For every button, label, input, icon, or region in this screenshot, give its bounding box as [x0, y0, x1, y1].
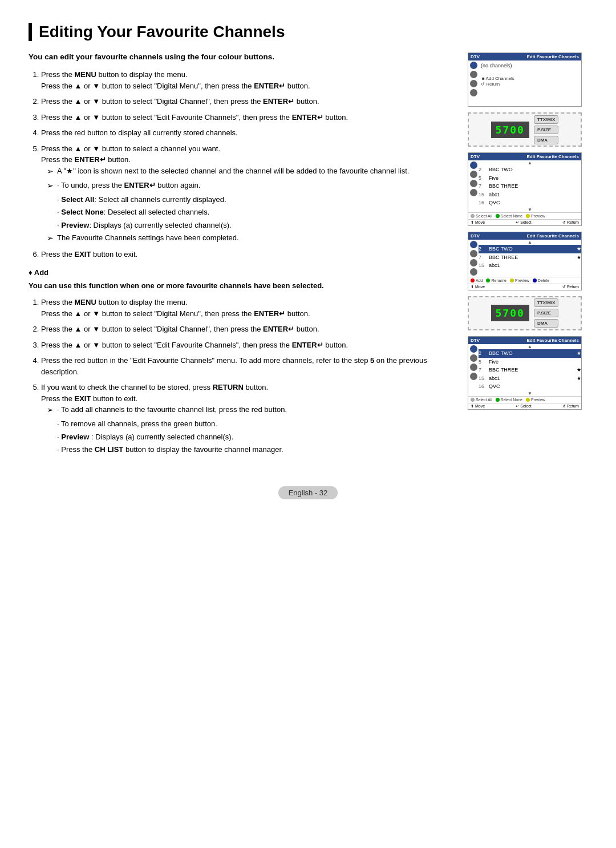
- bullet-preview: · Preview: Displays (a) currently select…: [57, 220, 456, 231]
- screen3-footer: Add Rename Preview Delete: [468, 277, 581, 284]
- screen3-move-footer: ⬆ Move ↺ Return: [468, 284, 581, 290]
- channel-item: 2BBC TWO: [479, 165, 581, 174]
- add-arrow-1: ➢ · To add all channels to the favourite…: [47, 404, 456, 416]
- remote1-btn-ttx: TTX/MIX: [534, 115, 559, 124]
- s4-selectall-label: Select All: [476, 398, 492, 402]
- s3-icon4: [470, 268, 477, 276]
- add-bullet-remove: · To remove all channels, press the gree…: [57, 418, 456, 430]
- section1-steps: Press the MENU button to display the men…: [29, 69, 456, 260]
- screen2-inner: ▲ 2BBC TWO 5Five 7BBC THREE 15abc1 16QVC…: [468, 160, 581, 212]
- intro-text: You can edit your favourite channels usi…: [29, 53, 456, 61]
- content-area: You can edit your favourite channels usi…: [29, 53, 587, 463]
- s3-footer-delete: Delete: [533, 278, 549, 282]
- screen4-sidebar: [468, 344, 479, 396]
- screens-column: DTV Edit Favourite Channels (no channels…: [468, 53, 587, 463]
- s3-move-label: ⬆ Move: [471, 285, 485, 289]
- add-step-4: Press the red button in the "Edit Favour…: [41, 355, 456, 377]
- page-number-badge: English - 32: [278, 486, 338, 499]
- s4-preview-label: Preview: [531, 398, 545, 402]
- arrow-star: ➢ A "★" icon is shown next to the select…: [47, 165, 456, 177]
- return-label: ↺ Return: [562, 220, 579, 225]
- s2-icon2: [470, 171, 477, 178]
- screen3-inner: ▲ 2BBC TWO★ 7BBC THREE★ 15abc1: [468, 240, 581, 277]
- dot-green: [496, 214, 500, 218]
- screen3-dtv-label: DTV: [471, 233, 480, 239]
- step-5: Press the ▲ or ▼ button to select a chan…: [41, 143, 456, 245]
- s3-return-label: ↺ Return: [562, 285, 579, 289]
- select-label: ↵ Select: [516, 220, 531, 225]
- screen1-return: ↺ Return: [481, 82, 579, 87]
- bullet-select-none: · Select None: Deselect all selected cha…: [57, 207, 456, 218]
- screen1-header: DTV Edit Favourite Channels: [468, 53, 581, 60]
- s3-footer-preview: Preview: [510, 278, 529, 282]
- s3-delete-label: Delete: [538, 278, 549, 282]
- step-1: Press the MENU button to display the men…: [41, 69, 456, 91]
- remote-group-1: 5700 TTX/MIX P.SIZE DMA: [468, 112, 587, 147]
- screen-group-3: DTV Edit Favourite Channels ▲ 2BBC TWO★: [468, 232, 587, 290]
- add-section-intro: You can use this function when one or mo…: [29, 280, 456, 292]
- channel-item-selected: 2BBC TWO★: [479, 245, 581, 253]
- screen3-main: ▲ 2BBC TWO★ 7BBC THREE★ 15abc1: [479, 240, 581, 277]
- dot-yellow2: [510, 278, 514, 282]
- section-add-steps: Press the MENU button to display the men…: [29, 297, 456, 455]
- s2-icon3: [470, 180, 477, 187]
- remote1-buttons: TTX/MIX P.SIZE DMA: [534, 115, 559, 144]
- remote1-display: 5700: [491, 122, 529, 138]
- dot-red: [471, 278, 475, 282]
- remote2-btn-ttx: TTX/MIX: [534, 298, 559, 307]
- add-section-header: ♦ Add: [29, 268, 456, 277]
- arrow-icon: ➢: [47, 165, 54, 177]
- step-3: Press the ▲ or ▼ button to select "Edit …: [41, 112, 456, 123]
- remote1-btn-psize: P.SIZE: [534, 126, 559, 134]
- screen1-body: (no channels) ■ Add Channels ↺ Return: [479, 60, 581, 106]
- s3-rename-label: Rename: [491, 278, 506, 282]
- add-bullet-preview: · Preview : Displays (a) currently selec…: [57, 431, 456, 443]
- icon1: [470, 62, 477, 69]
- s4-icon4: [470, 373, 477, 380]
- s3-preview-label: Preview: [515, 278, 529, 282]
- s2-icon1: [470, 161, 477, 169]
- screen2-channel-list: 2BBC TWO 5Five 7BBC THREE 15abc1 16QVC: [479, 165, 581, 207]
- screen3-up: ▲: [479, 240, 581, 245]
- screen-group-1: DTV Edit Favourite Channels (no channels…: [468, 53, 587, 107]
- channel-item: 15abc1: [479, 191, 581, 199]
- screen1-dtv-label: DTV: [471, 54, 480, 59]
- s4-footer-selectnone: Select None: [496, 398, 522, 402]
- footer-selectnone-label: Select None: [501, 214, 522, 218]
- screen1-sidebar: [468, 60, 479, 106]
- s2-icon4: [470, 189, 477, 196]
- s4-icon1: [470, 345, 477, 353]
- icon2: [470, 71, 477, 78]
- icon4: [470, 89, 477, 96]
- footer-selectnone: Select None: [496, 214, 522, 218]
- remote-2: 5700 TTX/MIX P.SIZE DMA: [468, 296, 582, 330]
- s4-icon2: [470, 354, 477, 362]
- footer-preview-label: Preview: [531, 214, 545, 218]
- s3-icon2: [470, 250, 477, 257]
- dot-blue: [533, 278, 537, 282]
- remote-group-2: 5700 TTX/MIX P.SIZE DMA: [468, 296, 587, 330]
- screen4-header: DTV Edit Favourite Channels: [468, 337, 581, 344]
- text-column: You can edit your favourite channels usi…: [29, 53, 456, 463]
- screen1-main: (no channels) ■ Add Channels ↺ Return: [479, 60, 581, 106]
- screen2-title: Edit Favourite Channels: [526, 154, 579, 159]
- screen4-down: ▼: [479, 391, 581, 396]
- channel-item-s4: 5Five: [479, 358, 581, 366]
- screen-4: DTV Edit Favourite Channels ▲ 2BBC TWO★: [468, 336, 582, 410]
- screen4-footer: Select All Select None Preview: [468, 396, 581, 403]
- arrow-undo: ➢ · To undo, press the ENTER↵ button aga…: [47, 180, 456, 192]
- add-step-2: Press the ▲ or ▼ button to select "Digit…: [41, 324, 456, 335]
- s3-icon3: [470, 259, 477, 266]
- screen2-move-footer: ⬆ Move ↵ Select ↺ Return: [468, 219, 581, 225]
- arrow-complete: ➢ The Favourite Channels settings have b…: [47, 232, 456, 244]
- screen2-sidebar: [468, 160, 479, 212]
- screen3-channel-list: 2BBC TWO★ 7BBC THREE★ 15abc1: [479, 245, 581, 270]
- move-label: ⬆ Move: [471, 220, 485, 225]
- screen4-up: ▲: [479, 344, 581, 349]
- screen4-dtv-label: DTV: [471, 338, 480, 343]
- step-2: Press the ▲ or ▼ button to select "Digit…: [41, 96, 456, 107]
- screen4-title: Edit Favourite Channels: [526, 338, 579, 343]
- remote1-btn-dma: DMA: [534, 136, 559, 144]
- screen1-title: Edit Favourite Channels: [526, 54, 579, 59]
- screen-group-4: DTV Edit Favourite Channels ▲ 2BBC TWO★: [468, 336, 587, 410]
